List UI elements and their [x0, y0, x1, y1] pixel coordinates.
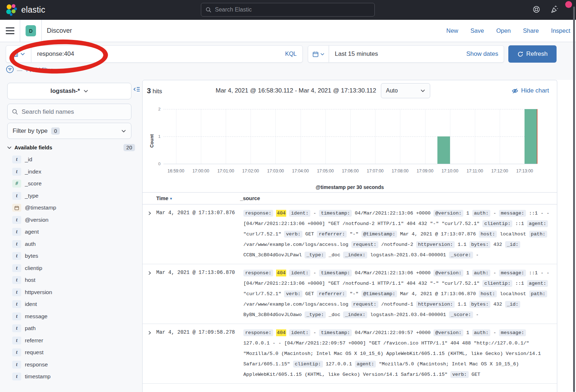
- menu-button[interactable]: [0, 20, 20, 42]
- sort-desc-icon: ▾: [170, 197, 172, 200]
- action-share[interactable]: Share: [523, 27, 539, 34]
- field-item-timestamp[interactable]: ttimestamp: [7, 373, 135, 380]
- x-tick-label: 17:09:00: [417, 168, 433, 174]
- index-pattern-select[interactable]: logstash-*: [7, 83, 131, 99]
- source-field-value: GET: [472, 372, 480, 377]
- source-field-value: ::1: [515, 281, 524, 286]
- histogram-bar[interactable]: [525, 109, 537, 164]
- field-item-_score[interactable]: #_score: [7, 180, 135, 188]
- source-field-name: verb:: [284, 290, 302, 297]
- action-save[interactable]: Save: [471, 27, 484, 34]
- field-search[interactable]: [7, 104, 131, 120]
- source-field-value: localhost: [500, 291, 526, 297]
- field-search-input[interactable]: [22, 108, 127, 116]
- field-name: _index: [25, 168, 41, 175]
- saved-query-menu-button[interactable]: [6, 46, 31, 62]
- field-name: path: [25, 325, 36, 332]
- field-item-clientip[interactable]: tclientip: [7, 264, 135, 272]
- source-field-value: 432: [493, 242, 502, 247]
- collapse-sidebar-icon[interactable]: [134, 86, 140, 94]
- brand-name: elastic: [21, 5, 45, 15]
- show-dates-button[interactable]: Show dates: [466, 50, 504, 58]
- field-item-auth[interactable]: tauth: [7, 240, 135, 248]
- add-filter-button[interactable]: + Add filter: [25, 67, 53, 73]
- query-language-button[interactable]: KQL: [279, 51, 302, 57]
- field-item-ident[interactable]: tident: [7, 300, 135, 308]
- source-field-value: 04/Mar/2021:22:13:06 +0000: [355, 211, 431, 216]
- source-field-name: message:: [499, 270, 526, 276]
- time-column-header[interactable]: Time ▾: [156, 195, 172, 201]
- expand-document-button[interactable]: [143, 328, 156, 380]
- source-field-value: 04/Mar/2021:22:13:06 +0000: [355, 270, 431, 276]
- field-item-_id[interactable]: t_id: [7, 156, 135, 163]
- query-bar: KQL: [6, 45, 303, 63]
- field-item-httpversion[interactable]: thttpversion: [7, 288, 135, 296]
- source-field-value: -: [493, 211, 496, 216]
- field-item-_index[interactable]: t_index: [7, 168, 135, 176]
- discover-main-panel: 3 hits Mar 4, 2021 @ 16:58:30.112 - Mar …: [142, 80, 557, 392]
- filter-icon[interactable]: [6, 65, 14, 75]
- elastic-logo[interactable]: elastic: [5, 4, 45, 17]
- notification-dot: [565, 1, 572, 8]
- available-fields-toggle[interactable]: Available fields 20: [7, 144, 135, 151]
- filter-by-type-select[interactable]: Filter by type 0: [7, 123, 131, 139]
- action-open[interactable]: Open: [496, 27, 510, 34]
- histogram-bar[interactable]: [437, 136, 450, 164]
- interval-select[interactable]: Auto: [381, 83, 430, 98]
- refresh-button[interactable]: Refresh: [508, 45, 557, 63]
- field-item-message[interactable]: tmessage: [7, 312, 135, 320]
- field-item-@version[interactable]: t@version: [7, 216, 135, 224]
- field-item-bytes[interactable]: tbytes: [7, 252, 135, 260]
- expand-document-button[interactable]: [143, 208, 156, 260]
- newsfeed-icon[interactable]: [550, 5, 559, 15]
- hide-chart-button[interactable]: Hide chart: [512, 87, 549, 94]
- source-field-name: message:: [499, 210, 526, 217]
- x-tick-label: 17:10:00: [441, 168, 458, 174]
- quick-select-menu-button[interactable]: [308, 46, 329, 62]
- grid-line-y: [163, 136, 537, 137]
- help-icon[interactable]: [532, 5, 541, 15]
- action-inspect[interactable]: Inspect: [551, 27, 570, 34]
- field-type-badge: [12, 204, 21, 212]
- vertical-scrollbar[interactable]: [573, 6, 575, 392]
- field-item-response[interactable]: tresponse: [7, 361, 135, 369]
- chart-time-range: Mar 4, 2021 @ 16:58:30.112 - Mar 4, 2021…: [216, 87, 376, 94]
- source-field-name: path:: [529, 231, 548, 238]
- source-field-name: _index:: [343, 311, 367, 318]
- query-input[interactable]: [31, 50, 279, 58]
- field-type-badge: t: [12, 264, 21, 272]
- field-type-badge: t: [12, 168, 21, 176]
- x-tick-label: 17:07:00: [367, 168, 384, 174]
- field-item-_type[interactable]: t_type: [7, 192, 135, 200]
- source-field-value: ByBN_3cB04dGovJLOawo: [243, 312, 302, 317]
- x-tick-label: 17:00:00: [192, 168, 209, 174]
- field-item-agent[interactable]: tagent: [7, 228, 135, 236]
- chevron-down-icon: [84, 90, 88, 93]
- field-name: agent: [25, 229, 39, 235]
- expand-document-button[interactable]: [143, 268, 156, 320]
- source-field-name: referrer:: [317, 231, 347, 238]
- filter-type-count-badge: 0: [51, 127, 60, 135]
- source-field-name: response:: [243, 210, 273, 217]
- global-search-placeholder: Search Elastic: [215, 6, 252, 13]
- source-field-name: @version:: [433, 329, 463, 336]
- field-item-request[interactable]: trequest: [7, 348, 135, 356]
- field-item-@timestamp[interactable]: @timestamp: [7, 204, 135, 212]
- field-item-path[interactable]: tpath: [7, 324, 135, 332]
- document-time: Mar 4, 2021 @ 17:13:06.870: [156, 268, 243, 320]
- field-type-badge: t: [12, 373, 21, 380]
- field-item-referrer[interactable]: treferrer: [7, 337, 135, 344]
- x-tick-label: 17:06:00: [342, 168, 359, 174]
- time-range-display[interactable]: Last 15 minutes: [329, 50, 378, 58]
- document-time: Mar 4, 2021 @ 17:09:58.278: [156, 328, 243, 380]
- discover-app-badge[interactable]: D: [26, 25, 36, 36]
- current-time-marker: [537, 109, 537, 164]
- global-search-input[interactable]: Search Elastic: [201, 3, 375, 17]
- source-field-value: GET: [305, 231, 314, 237]
- elastic-logo-icon: [5, 4, 18, 17]
- field-item-host[interactable]: thost: [7, 276, 135, 284]
- source-field-name: host:: [479, 290, 497, 297]
- action-new[interactable]: New: [446, 27, 458, 34]
- x-tick-label: 17:05:00: [317, 168, 334, 174]
- source-field-name: ident:: [289, 270, 310, 276]
